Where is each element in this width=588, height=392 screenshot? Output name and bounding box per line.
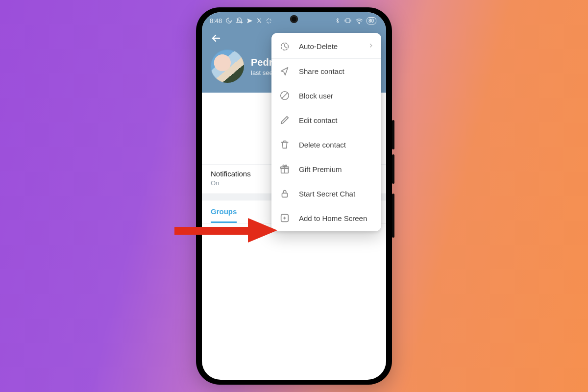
- svg-point-3: [359, 23, 360, 24]
- trash-icon: [279, 139, 290, 150]
- status-bar: 8:48: [202, 12, 386, 29]
- menu-item-auto-delete[interactable]: Auto-Delete: [271, 34, 381, 58]
- pencil-icon: [279, 115, 290, 125]
- x-icon: [256, 18, 262, 24]
- mute-icon: [236, 17, 243, 24]
- gift-icon: [279, 164, 290, 174]
- timer-icon: [279, 41, 290, 51]
- battery-icon: 80: [367, 17, 376, 24]
- menu-item-block-user[interactable]: Block user: [271, 83, 381, 108]
- bluetooth-icon: [335, 17, 341, 24]
- menu-item-share-contact[interactable]: Share contact: [271, 59, 381, 83]
- menu-item-label: Block user: [299, 92, 374, 100]
- menu-item-label: Share contact: [299, 67, 374, 75]
- menu-item-start-secret-chat[interactable]: Start Secret Chat: [271, 181, 381, 206]
- svg-rect-2: [346, 19, 350, 23]
- lock-icon: [279, 188, 290, 199]
- menu-item-label: Gift Premium: [299, 165, 374, 173]
- back-button[interactable]: [210, 32, 222, 45]
- chevron-right-icon: [368, 42, 374, 50]
- avatar[interactable]: [211, 49, 244, 83]
- add-home-icon: [279, 213, 290, 223]
- sparkle-icon: [266, 18, 272, 24]
- vibrate-icon: [344, 18, 352, 24]
- menu-item-label: Auto-Delete: [299, 42, 359, 50]
- menu-item-delete-contact[interactable]: Delete contact: [271, 132, 381, 157]
- paper-plane-icon: [246, 18, 253, 24]
- share-icon: [279, 66, 290, 76]
- menu-item-label: Start Secret Chat: [299, 190, 374, 198]
- phone-frame: 8:48: [196, 7, 392, 385]
- menu-item-label: Edit contact: [299, 116, 374, 124]
- moon-icon: [225, 17, 232, 24]
- battery-percent: 80: [368, 18, 374, 24]
- tab-groups[interactable]: Groups: [211, 207, 237, 223]
- svg-rect-8: [282, 193, 288, 197]
- menu-item-edit-contact[interactable]: Edit contact: [271, 108, 381, 132]
- phone-side-button: [392, 194, 394, 238]
- menu-item-label: Delete contact: [299, 141, 374, 149]
- phone-side-button: [392, 120, 394, 149]
- phone-side-button: [392, 154, 394, 184]
- menu-item-gift-premium[interactable]: Gift Premium: [271, 157, 381, 181]
- menu-item-add-to-home-screen[interactable]: Add to Home Screen: [271, 206, 381, 230]
- status-time: 8:48: [210, 17, 222, 24]
- block-icon: [279, 90, 290, 101]
- phone-screen: 8:48: [202, 12, 386, 380]
- menu-item-label: Add to Home Screen: [299, 214, 374, 222]
- overflow-menu: Auto-Delete Share contact Block user: [271, 33, 381, 231]
- wifi-icon: [355, 18, 363, 24]
